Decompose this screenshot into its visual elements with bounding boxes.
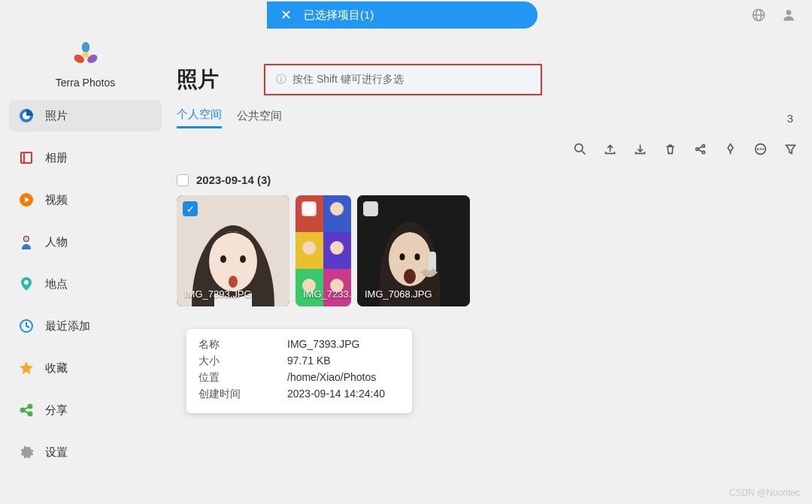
sidebar-item-label: 最近添加 [45,319,90,333]
svg-point-45 [220,255,226,263]
photo-thumb-2[interactable]: IMG_7233.JPG [295,195,351,306]
svg-point-63 [400,254,405,261]
sidebar-item-label: 相册 [45,151,68,165]
svg-point-27 [574,143,582,151]
photos-icon [18,107,35,124]
share-icon [18,402,35,418]
hint-text: 按住 Shift 键可进行多选 [292,73,404,86]
download-icon[interactable] [633,142,647,155]
share-action-icon[interactable] [693,142,707,155]
sidebar-item-label: 设置 [45,445,68,460]
selection-banner-text: 已选择项目(1) [304,8,374,23]
group-date-label: 2023-09-14 (3) [196,174,271,186]
sidebar-item-recent[interactable]: 最近添加 [9,310,162,342]
sidebar-item-albums[interactable]: 相册 [9,142,162,174]
sidebar-item-people[interactable]: 人物 [9,226,162,258]
svg-point-65 [404,269,416,284]
user-icon[interactable] [780,7,797,23]
language-icon[interactable] [750,7,767,23]
photo-checkbox[interactable] [363,201,378,216]
photo-thumb-1[interactable]: ✓ IMG_7393.JPG [177,195,289,306]
photo-checkbox-checked[interactable]: ✓ [183,201,198,216]
info-icon: ⓘ [276,73,286,86]
tooltip-name-value: IMG_7393.JPG [287,338,360,352]
page-header: 照片 ⓘ 按住 Shift 键可进行多选 [177,64,797,95]
main: 照片 ⓘ 按住 Shift 键可进行多选 个人空间 公共空间 3 [169,30,812,504]
svg-point-57 [302,241,316,255]
videos-icon [18,192,35,208]
logo-flower-icon [9,41,162,74]
svg-line-35 [698,149,701,152]
delete-icon[interactable] [663,142,677,155]
photo-checkbox[interactable] [301,201,317,216]
sidebar-item-label: 分享 [45,403,68,418]
group-checkbox[interactable] [177,174,189,186]
tooltip-loc-value: /home/Xiao/Photos [287,371,376,385]
svg-point-64 [415,254,420,261]
svg-marker-42 [786,145,795,153]
svg-point-32 [702,144,704,146]
upload-icon[interactable] [603,142,617,155]
recent-icon [18,318,35,334]
svg-point-18 [24,237,29,241]
more-icon[interactable] [753,142,767,155]
svg-line-25 [24,407,29,409]
tooltip-time-key: 创建时间 [198,388,287,401]
svg-point-31 [695,147,698,149]
group-header: 2023-09-14 (3) [177,174,797,186]
tooltip-size-value: 97.71 KB [287,355,331,368]
svg-line-26 [24,411,29,413]
sidebar-item-settings[interactable]: 设置 [9,436,162,468]
svg-point-19 [24,280,29,285]
app-name: Terra Photos [9,77,162,89]
hint-box: ⓘ 按住 Shift 键可进行多选 [264,64,542,95]
photo-caption: IMG_7068.JPG [365,288,432,300]
date-group: 2023-09-14 (3) ✓ IMG_7393.JPG [177,174,797,306]
tooltip-size-key: 大小 [198,355,287,368]
selection-banner: ✕ 已选择项目(1) [267,2,538,29]
app-logo: Terra Photos [9,41,162,89]
tooltip-loc-key: 位置 [198,371,287,385]
photo-caption: IMG_7233.JPG [303,288,351,300]
sidebar-item-photos[interactable]: 照片 [9,100,162,131]
sidebar-item-videos[interactable]: 视频 [9,184,162,216]
photo-thumb-3[interactable]: IMG_7068.JPG [357,195,470,306]
svg-point-58 [330,241,344,255]
favorites-icon [18,360,35,376]
topbar: ✕ 已选择项目(1) [0,0,812,30]
photo-count: 3 [787,112,797,125]
topbar-right [750,7,812,23]
tag-icon[interactable] [723,142,737,155]
svg-rect-13 [21,152,32,163]
sidebar: Terra Photos 照片 相册 视频 人物 地点 [0,30,169,504]
svg-point-41 [762,149,763,149]
svg-marker-36 [728,143,733,151]
thumbnails: ✓ IMG_7393.JPG IMG_7233.JPG [177,195,797,306]
sidebar-item-label: 人物 [45,235,68,249]
places-icon [18,276,35,292]
tabs: 个人空间 公共空间 3 [177,107,797,128]
albums-icon [18,149,35,166]
sidebar-item-label: 视频 [45,193,68,207]
svg-point-10 [83,52,89,58]
svg-line-28 [582,151,585,154]
sidebar-item-share[interactable]: 分享 [9,394,162,426]
tab-public[interactable]: 公共空间 [237,109,282,128]
close-selection-icon[interactable]: ✕ [280,7,292,23]
settings-icon [18,444,35,460]
svg-point-33 [702,151,704,153]
people-icon [18,234,35,250]
sidebar-item-places[interactable]: 地点 [9,268,162,300]
sidebar-item-label: 地点 [45,277,68,291]
svg-point-47 [229,276,238,288]
filter-icon[interactable] [783,142,797,155]
sidebar-item-favorites[interactable]: 收藏 [9,352,162,384]
tab-personal[interactable]: 个人空间 [177,107,222,128]
svg-marker-21 [20,361,33,375]
svg-point-40 [760,149,761,149]
tooltip-name-key: 名称 [198,338,287,352]
search-icon[interactable] [573,142,586,155]
sidebar-item-label: 照片 [45,109,68,123]
svg-point-3 [786,10,792,15]
photo-caption: IMG_7393.JPG [184,288,252,300]
